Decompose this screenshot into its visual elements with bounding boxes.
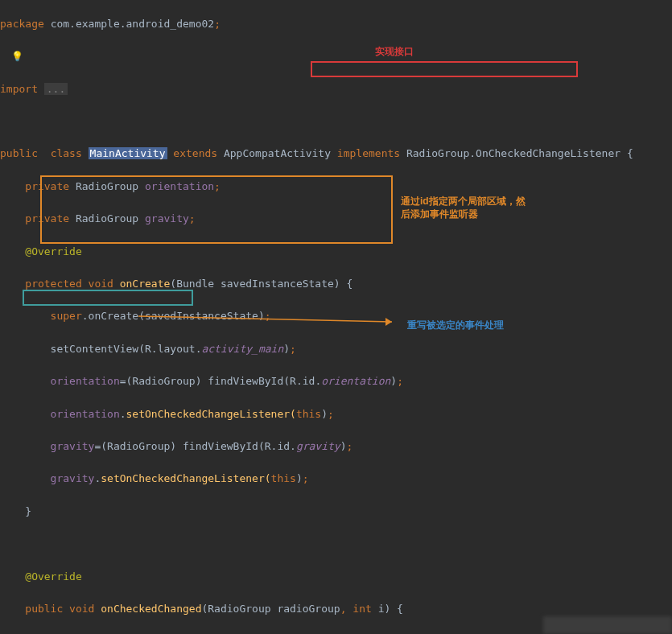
- keyword-import: import: [0, 83, 44, 95]
- package-name: com.example.android_demo02: [51, 18, 215, 30]
- status-bar-blur: [543, 616, 672, 634]
- keyword-package: package: [0, 18, 51, 30]
- import-fold[interactable]: ...: [44, 83, 68, 95]
- lightbulb-icon[interactable]: 💡: [11, 48, 23, 64]
- class-name-highlight: MainActivity: [89, 147, 167, 159]
- code-editor[interactable]: package com.example.android_demo02; impo…: [0, 0, 672, 634]
- override-annotation: @Override: [0, 245, 82, 257]
- override-annotation-2: @Override: [0, 570, 82, 583]
